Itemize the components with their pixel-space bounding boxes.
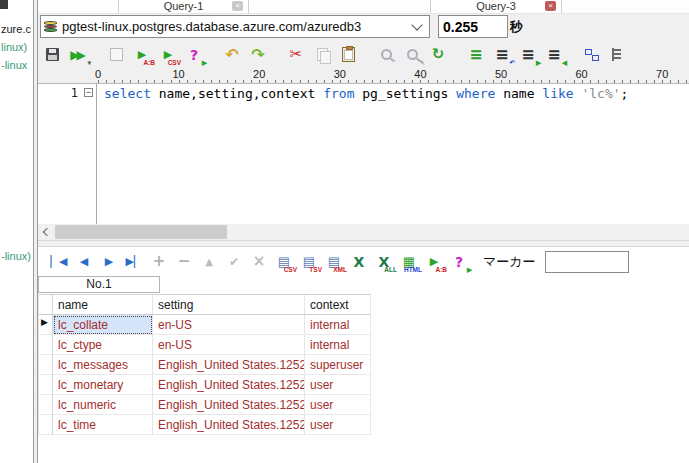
undo-icon-glyph: ↶ xyxy=(225,47,238,63)
export-tsv-icon[interactable]: ▤TSV xyxy=(298,251,320,273)
chevron-down-icon[interactable] xyxy=(411,19,422,30)
format-sql-icon[interactable]: ≡ xyxy=(465,44,487,66)
reload-icon[interactable]: ↻ xyxy=(427,44,449,66)
outline-tree-icon[interactable] xyxy=(607,44,629,66)
delete-record-icon[interactable]: − xyxy=(173,251,195,273)
unformat-sql-icon[interactable]: ≡↶ xyxy=(491,44,513,66)
table-cell[interactable]: lc_ctype xyxy=(53,335,153,355)
outline-tree-icon-glyph xyxy=(612,48,624,61)
scroll-left-button[interactable] xyxy=(38,224,54,240)
grid-help-icon[interactable]: ?▶ xyxy=(448,251,470,273)
query-tab[interactable]: Query-1× xyxy=(118,0,249,13)
table-cell[interactable]: user xyxy=(305,375,371,395)
search-replace-icon[interactable]: ✎ xyxy=(401,44,423,66)
sql-token: ; xyxy=(621,86,629,101)
prev-record-icon[interactable]: ◀ xyxy=(73,251,95,273)
run-to-csv-icon[interactable]: ▶CSV xyxy=(157,44,179,66)
outdent-icon[interactable]: ≡◀ xyxy=(543,44,565,66)
column-header[interactable]: setting xyxy=(153,295,305,315)
redo-icon[interactable]: ↷ xyxy=(247,44,269,66)
table-row: lc_monetaryEnglish_United States.1252use… xyxy=(39,375,371,395)
column-header[interactable]: context xyxy=(305,295,371,315)
table-cell[interactable]: English_United States.1252 xyxy=(153,355,305,375)
connection-row: pgtest-linux.postgres.database.azure.com… xyxy=(38,14,689,41)
fold-toggle-icon[interactable]: − xyxy=(84,88,93,97)
paste-icon[interactable] xyxy=(337,44,359,66)
prev-record-icon-glyph: ◀ xyxy=(80,256,88,267)
row-indicator-cell xyxy=(39,335,53,355)
toolbar-separator xyxy=(569,41,577,68)
ruler-tick-label: 60 xyxy=(575,68,587,80)
table-cell[interactable]: internal xyxy=(305,315,371,335)
reload-icon-glyph: ↻ xyxy=(432,47,445,62)
sql-code-line[interactable]: select name,setting,context from pg_sett… xyxy=(104,86,628,101)
table-cell[interactable]: en-US xyxy=(153,315,305,335)
query-tab[interactable]: Query-3× xyxy=(430,0,562,13)
last-record-icon[interactable]: ▶▏ xyxy=(123,251,145,273)
table-cell[interactable]: lc_monetary xyxy=(53,375,153,395)
close-tab-icon[interactable]: × xyxy=(545,1,556,11)
toolbar-separator xyxy=(453,41,461,68)
table-cell[interactable]: lc_messages xyxy=(53,355,153,375)
unformat-sql-icon-sublabel: ↶ xyxy=(510,60,515,67)
first-record-icon[interactable]: ▏◀ xyxy=(48,251,70,273)
copy-ab-icon[interactable]: ▶A:B xyxy=(423,251,445,273)
export-html-icon[interactable]: ▦HTML xyxy=(398,251,420,273)
post-record-icon[interactable]: ✔ xyxy=(223,251,245,273)
cut-icon[interactable]: ✂ xyxy=(285,44,307,66)
column-header[interactable]: name xyxy=(53,295,153,315)
tree-node[interactable]: linux) xyxy=(1,41,27,53)
table-cell[interactable]: English_United States.1252 xyxy=(153,415,305,435)
delete-record-icon-glyph: − xyxy=(178,254,191,269)
run-query-icon[interactable]: ▶▶▾ xyxy=(67,44,89,66)
export-xml-icon[interactable]: ▤XML xyxy=(323,251,345,273)
export-excel-all-icon[interactable]: XALL xyxy=(373,251,395,273)
marker-input[interactable] xyxy=(545,251,629,273)
outdent-icon-glyph: ≡ xyxy=(547,47,560,63)
er-diagram-icon[interactable] xyxy=(581,44,603,66)
editor-hscrollbar[interactable] xyxy=(38,224,689,240)
append-record-icon[interactable]: + xyxy=(148,251,170,273)
cancel-edit-icon[interactable]: × xyxy=(248,251,270,273)
find-preview-icon[interactable] xyxy=(375,44,397,66)
table-cell[interactable]: superuser xyxy=(305,355,371,375)
indent-icon[interactable]: ≡▶ xyxy=(517,44,539,66)
copy-icon[interactable] xyxy=(311,44,333,66)
table-cell[interactable]: user xyxy=(305,415,371,435)
edit-record-icon[interactable]: ▲ xyxy=(198,251,220,273)
export-csv-icon[interactable]: ▤CSV xyxy=(273,251,295,273)
export-excel-icon[interactable]: X xyxy=(348,251,370,273)
table-cell[interactable]: lc_collate xyxy=(53,315,153,335)
first-record-icon-glyph: ▏◀ xyxy=(51,256,68,267)
ruler-tick-label: 10 xyxy=(172,68,184,80)
ruler-tick-label: 50 xyxy=(495,68,507,80)
table-cell[interactable]: en-US xyxy=(153,335,305,355)
tree-node[interactable]: -linux xyxy=(1,59,27,71)
result-set-tab[interactable]: No.1 xyxy=(38,276,160,293)
close-tab-icon[interactable]: × xyxy=(232,1,243,11)
elapsed-time-field[interactable] xyxy=(438,15,508,38)
tree-node[interactable]: zure.c xyxy=(1,23,31,35)
hscrollbar-thumb[interactable] xyxy=(55,225,227,239)
sql-token: 'lc%' xyxy=(581,86,620,101)
undo-icon[interactable]: ↶ xyxy=(221,44,243,66)
connection-select[interactable]: pgtest-linux.postgres.database.azure.com… xyxy=(40,15,430,38)
tree-node[interactable]: -linux) xyxy=(1,250,31,262)
sql-editor[interactable]: 1 − select name,setting,context from pg_… xyxy=(38,84,689,224)
copy-icon-glyph xyxy=(317,48,328,61)
editor-results-splitter[interactable] xyxy=(38,240,689,247)
table-cell[interactable]: lc_numeric xyxy=(53,395,153,415)
table-cell[interactable]: user xyxy=(305,395,371,415)
table-cell[interactable]: lc_time xyxy=(53,415,153,435)
save-icon[interactable] xyxy=(41,44,63,66)
next-record-icon[interactable]: ▶ xyxy=(98,251,120,273)
table-cell[interactable]: English_United States.1252 xyxy=(153,375,305,395)
export-excel-all-icon-sublabel: ALL xyxy=(384,267,397,274)
paste-icon-glyph xyxy=(342,47,355,62)
table-cell[interactable]: internal xyxy=(305,335,371,355)
table-cell[interactable]: English_United States.1252 xyxy=(153,395,305,415)
run-to-ab-icon[interactable]: ▶A:B xyxy=(131,44,153,66)
explain-plan-icon[interactable]: ?▶ xyxy=(183,44,205,66)
query-tab-bar: Query-1×Query-3× xyxy=(38,0,689,14)
run-option-checkbox-icon[interactable] xyxy=(105,44,127,66)
